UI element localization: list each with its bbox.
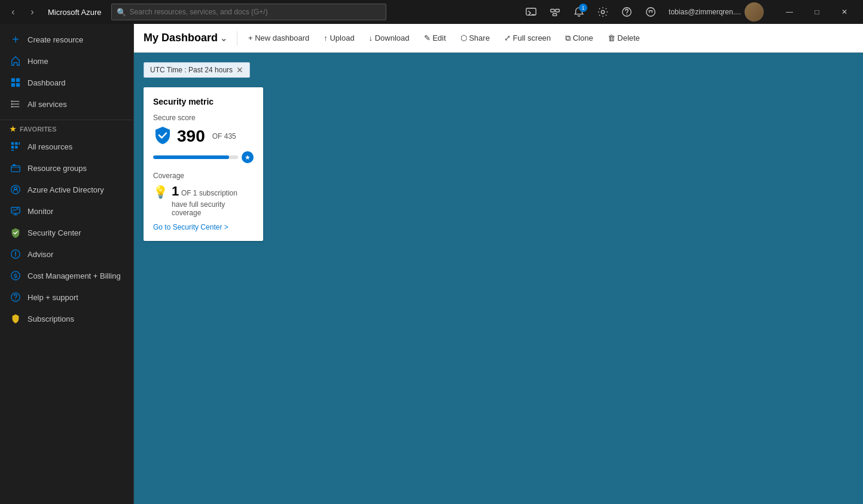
home-icon [10,55,22,67]
notifications-button[interactable]: 1 [568,1,590,23]
sidebar-item-help-support[interactable]: Help + support [0,286,133,308]
sidebar-item-resource-groups[interactable]: Resource groups [0,157,133,179]
delete-button[interactable]: 🗑 Delete [602,31,646,45]
maximize-button[interactable]: □ [803,3,831,21]
svg-point-7 [626,14,627,15]
time-filter-close[interactable]: ✕ [236,65,243,75]
dashboard-title[interactable]: My Dashboard ⌄ [144,32,227,44]
window-controls: — □ ✕ [776,3,858,21]
sidebar-item-monitor[interactable]: Monitor [0,200,133,222]
feedback-button[interactable] [640,1,661,23]
svg-rect-14 [16,83,20,87]
dashboard-title-chevron: ⌄ [220,33,227,43]
sidebar-top: + Create resource Home Dashboard All se [0,24,133,120]
all-resources-icon [10,140,22,152]
svg-rect-27 [11,166,20,172]
svg-point-18 [11,100,13,102]
sidebar-item-all-resources[interactable]: All resources [0,136,133,157]
svg-rect-22 [15,142,18,145]
favorites-label: FAVORITES [20,126,57,133]
progress-bar-fill [153,155,229,159]
goto-security-center-link[interactable]: Go to Security Center > [153,223,254,231]
settings-button[interactable] [592,1,614,23]
svg-point-34 [15,299,16,300]
delete-label: 🗑 Delete [608,33,640,42]
sidebar-item-create-resource[interactable]: + Create resource [0,29,133,50]
svg-rect-24 [11,146,14,149]
shield-icon [153,126,172,146]
user-info[interactable]: tobias@zimmerqren.... [664,2,769,22]
favorites-star-icon: ★ [10,125,16,133]
download-label: ↓ Download [369,33,410,42]
sidebar-item-security-center[interactable]: Security Center [0,222,133,243]
svg-point-20 [11,106,13,108]
coverage-of: OF 1 subscription [181,189,237,197]
sidebar-item-subscriptions[interactable]: Subscriptions [0,308,133,329]
portal-button[interactable] [520,1,542,23]
advisor-icon [10,248,22,260]
resource-groups-icon [10,162,22,174]
svg-point-5 [601,10,604,13]
svg-point-19 [11,103,13,105]
svg-rect-13 [11,83,15,87]
secure-score-label: Secure score [153,114,254,122]
dashboard-body: UTC Time : Past 24 hours ✕ Security metr… [134,53,863,504]
user-avatar [745,2,764,22]
security-center-icon [10,227,22,239]
share-button[interactable]: ⬡ Share [455,31,496,45]
upload-button[interactable]: ↑ Upload [318,31,360,45]
coverage-section: Coverage 💡 1 OF 1 subscription have full… [153,172,254,217]
close-button[interactable]: ✕ [831,3,858,21]
coverage-icon: 💡 [153,185,168,199]
svg-point-29 [14,187,17,190]
sidebar-label-all-resources: All resources [28,142,72,151]
time-filter[interactable]: UTC Time : Past 24 hours ✕ [144,62,250,78]
sidebar-item-cost-management[interactable]: Cost Management + Billing [0,265,133,286]
coverage-details: 1 OF 1 subscription have full security c… [172,184,254,217]
search-input[interactable] [130,8,381,16]
coverage-label: Coverage [153,172,254,180]
svg-rect-4 [553,14,557,16]
coverage-sub: have full security coverage [172,200,254,217]
sidebar: + Create resource Home Dashboard All se [0,24,134,504]
sidebar-label-subscriptions: Subscriptions [28,314,74,323]
svg-rect-11 [11,78,15,82]
fullscreen-button[interactable]: ⤢ Full screen [498,31,557,45]
sidebar-item-dashboard[interactable]: Dashboard [0,72,133,93]
sidebar-label-create-resource: Create resource [28,35,83,44]
download-button[interactable]: ↓ Download [363,31,416,45]
minimize-button[interactable]: — [776,3,803,21]
svg-point-8 [647,8,655,16]
notification-count: 1 [579,4,587,12]
subscriptions-icon [10,313,22,325]
sidebar-item-all-services[interactable]: All services [0,93,133,115]
upload-label: ↑ Upload [324,33,354,42]
secure-score-row: 390 OF 435 [153,126,254,146]
sidebar-label-azure-ad: Azure Active Directory [28,185,104,194]
cost-management-icon [10,270,22,282]
clone-label: ⧉ Clone [565,33,593,43]
svg-rect-26 [11,149,14,151]
dashboard-title-text: My Dashboard [144,32,218,44]
sidebar-item-home[interactable]: Home [0,50,133,72]
edit-button[interactable]: ✎ Edit [418,31,452,45]
toolbar-separator-1 [237,31,237,45]
clone-button[interactable]: ⧉ Clone [559,31,599,45]
sidebar-label-all-services: All services [28,100,67,109]
score-number: 390 [177,127,205,146]
search-icon: 🔍 [117,8,126,17]
content-area: My Dashboard ⌄ + New dashboard ↑ Upload … [134,24,863,504]
search-bar[interactable]: 🔍 [111,4,386,20]
edit-label: ✎ Edit [424,33,446,42]
back-button[interactable]: ‹ [5,4,22,20]
forward-button[interactable]: › [24,4,41,20]
directory-button[interactable] [544,1,566,23]
sidebar-item-advisor[interactable]: Advisor [0,243,133,265]
svg-rect-21 [11,142,14,145]
new-dashboard-button[interactable]: + New dashboard [242,31,315,45]
sidebar-item-azure-active-directory[interactable]: Azure Active Directory [0,179,133,200]
help-support-icon [10,291,22,303]
help-button[interactable] [616,1,638,23]
nav-buttons: ‹ › [5,4,41,20]
dashboard-icon [10,77,22,88]
